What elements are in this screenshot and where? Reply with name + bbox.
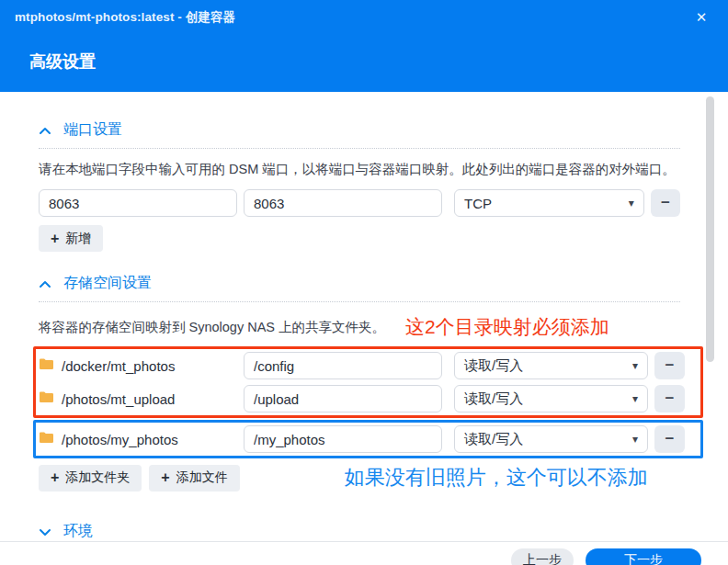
folder-icon	[39, 357, 54, 374]
chevron-up-icon	[39, 276, 51, 292]
add-file-button-label: 添加文件	[176, 469, 228, 486]
titlebar: mtphotos/mt-photos:latest - 创建容器 ✕	[0, 0, 728, 35]
port-section-description: 请在本地端口字段中输入可用的 DSM 端口，以将端口与容器端口映射。此处列出的端…	[39, 161, 680, 178]
mount-path-input[interactable]	[244, 385, 442, 412]
remove-port-row-button[interactable]: −	[651, 189, 680, 217]
port-section-header[interactable]: 端口设置	[39, 120, 680, 149]
add-folder-button[interactable]: + 添加文件夹	[39, 465, 142, 492]
add-port-button-label: 新增	[65, 231, 91, 247]
port-section-title: 端口设置	[63, 120, 122, 140]
shared-folder-cell[interactable]: /docker/mt_photos	[39, 357, 237, 374]
shared-folder-cell[interactable]: /photos/my_photos	[39, 431, 237, 447]
chevron-down-icon: ▾	[632, 392, 638, 405]
page-title: 高级设置	[29, 51, 96, 73]
chevron-down-icon: ▾	[629, 197, 634, 209]
shared-folder-cell[interactable]: /photos/mt_upload	[39, 390, 237, 407]
container-port-input[interactable]	[244, 189, 442, 217]
add-file-button[interactable]: + 添加文件	[149, 465, 239, 492]
previous-step-button[interactable]: 上一步	[511, 548, 574, 565]
folder-icon	[39, 431, 54, 447]
protocol-select-value: TCP	[464, 196, 492, 211]
storage-section-description: 将容器的存储空间映射到 Synology NAS 上的共享文件夹。	[39, 319, 385, 336]
remove-storage-row-button[interactable]: −	[654, 425, 685, 453]
env-section-title: 环境	[63, 522, 93, 541]
permission-select-value: 读取/写入	[464, 431, 523, 448]
next-step-button[interactable]: 下一步	[586, 548, 701, 565]
close-icon[interactable]: ✕	[691, 9, 711, 26]
chevron-down-icon: ▾	[632, 433, 638, 446]
dialog-content: 端口设置 请在本地端口字段中输入可用的 DSM 端口，以将端口与容器端口映射。此…	[0, 92, 728, 541]
minus-icon: −	[661, 194, 670, 212]
permission-select[interactable]: 读取/写入 ▾	[454, 352, 648, 379]
storage-section-title: 存储空间设置	[63, 274, 152, 293]
header: 高级设置	[0, 35, 728, 88]
shared-folder-path: /docker/mt_photos	[62, 358, 175, 374]
mount-path-input[interactable]	[244, 352, 442, 379]
add-port-button[interactable]: + 新增	[39, 225, 103, 252]
chevron-down-icon: ▾	[632, 359, 638, 372]
chevron-down-icon	[39, 524, 51, 540]
dialog-title: mtphotos/mt-photos:latest - 创建容器	[15, 9, 235, 26]
optional-mapping-box: /photos/my_photos 读取/写入 ▾ −	[33, 420, 703, 458]
dialog-footer: 上一步 下一步	[0, 541, 728, 565]
storage-section-header[interactable]: 存储空间设置	[39, 274, 680, 302]
permission-select[interactable]: 读取/写入 ▾	[454, 425, 648, 453]
local-port-input[interactable]	[39, 189, 237, 217]
env-section-header[interactable]: 环境	[39, 522, 680, 541]
plus-icon: +	[161, 470, 169, 485]
permission-select[interactable]: 读取/写入 ▾	[454, 385, 648, 412]
remove-storage-row-button[interactable]: −	[654, 352, 685, 379]
folder-icon	[39, 390, 54, 407]
protocol-select[interactable]: TCP ▾	[454, 189, 644, 217]
permission-select-value: 读取/写入	[464, 390, 523, 408]
required-mappings-box: /docker/mt_photos 读取/写入 ▾ − /photos/mt_u…	[33, 346, 703, 418]
storage-row: /docker/mt_photos 读取/写入 ▾ −	[39, 352, 700, 379]
plus-icon: +	[51, 232, 59, 246]
minus-icon: −	[665, 390, 675, 408]
remove-storage-row-button[interactable]: −	[654, 385, 685, 412]
storage-row: /photos/mt_upload 读取/写入 ▾ −	[39, 385, 700, 412]
minus-icon: −	[665, 356, 675, 375]
optional-note: 如果没有旧照片，这个可以不添加	[345, 464, 648, 492]
permission-select-value: 读取/写入	[464, 357, 523, 375]
add-folder-button-label: 添加文件夹	[65, 469, 130, 486]
port-mapping-row: TCP ▾ −	[39, 189, 680, 217]
dialog-top: mtphotos/mt-photos:latest - 创建容器 ✕ 高级设置	[0, 0, 728, 92]
minus-icon: −	[665, 430, 675, 448]
create-container-dialog: mtphotos/mt-photos:latest - 创建容器 ✕ 高级设置 …	[0, 0, 728, 565]
chevron-up-icon	[39, 122, 51, 139]
shared-folder-path: /photos/mt_upload	[62, 391, 175, 407]
mount-path-input[interactable]	[244, 425, 442, 453]
required-note: 这2个目录映射必须添加	[405, 314, 609, 340]
shared-folder-path: /photos/my_photos	[62, 432, 178, 447]
scrollbar-thumb[interactable]	[706, 96, 714, 362]
plus-icon: +	[51, 470, 59, 485]
storage-row: /photos/my_photos 读取/写入 ▾ −	[39, 425, 700, 453]
